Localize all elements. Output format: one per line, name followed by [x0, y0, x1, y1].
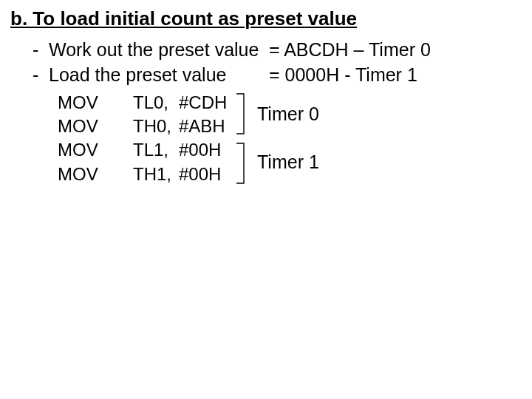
bullet-item: - Work out the preset value = ABCDH – Ti… — [33, 38, 522, 63]
instruction-row: MOV TH1, #00H — [58, 163, 233, 186]
register: TL0, — [133, 91, 179, 115]
brace-column — [233, 91, 250, 187]
timer-label: Timer 1 — [257, 138, 319, 186]
right-bracket-icon — [235, 140, 248, 186]
opcode: MOV — [58, 91, 133, 115]
opcode: MOV — [58, 138, 133, 162]
value: #CDH — [179, 91, 233, 115]
instruction-column: MOV TL0, #CDH MOV TH0, #ABH MOV TL1, #00… — [58, 91, 233, 187]
value: #ABH — [179, 115, 233, 138]
register: TH0, — [133, 115, 179, 138]
value: #00H — [179, 163, 233, 186]
section-heading: b. To load initial count as preset value — [10, 7, 522, 30]
bullet-list: - Work out the preset value = ABCDH – Ti… — [10, 38, 522, 88]
timer-label: Timer 0 — [257, 91, 319, 139]
bullet-item: - Load the preset value = 0000H - Timer … — [33, 63, 522, 88]
bullet-left-text: Work out the preset value — [49, 38, 269, 63]
code-block: MOV TL0, #CDH MOV TH0, #ABH MOV TL1, #00… — [10, 91, 522, 187]
bullet-right-text: = 0000H - Timer 1 — [269, 63, 417, 88]
bullet-marker: - — [33, 63, 49, 88]
value: #00H — [179, 138, 233, 162]
timer-label-column: Timer 0 Timer 1 — [250, 91, 319, 187]
opcode: MOV — [58, 115, 133, 138]
register: TL1, — [133, 138, 179, 162]
instruction-row: MOV TH0, #ABH — [58, 115, 233, 138]
instruction-row: MOV TL0, #CDH — [58, 91, 233, 115]
opcode: MOV — [58, 163, 133, 186]
instruction-row: MOV TL1, #00H — [58, 138, 233, 162]
bullet-marker: - — [33, 38, 49, 63]
bullet-left-text: Load the preset value — [49, 63, 269, 88]
right-bracket-icon — [235, 91, 248, 137]
bullet-right-text: = ABCDH – Timer 0 — [269, 38, 431, 63]
register: TH1, — [133, 163, 179, 186]
